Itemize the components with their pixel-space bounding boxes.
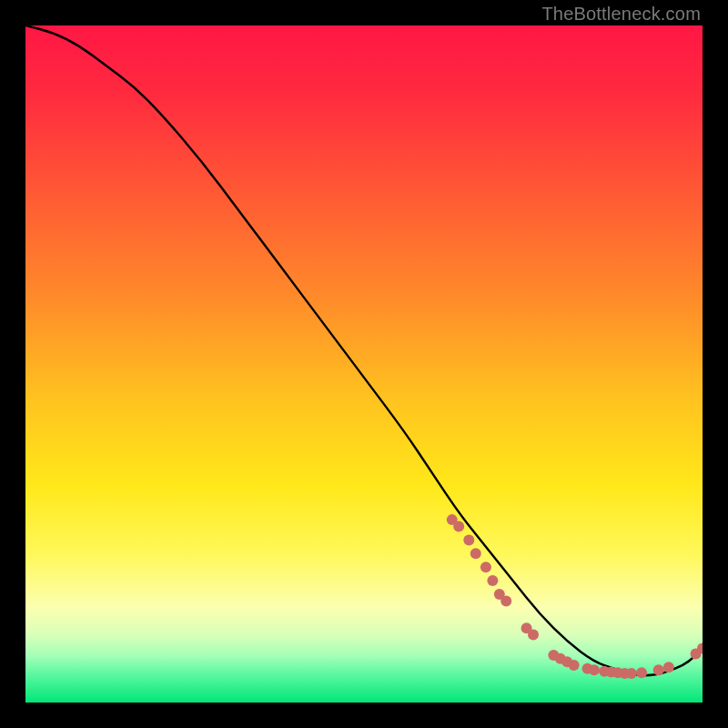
marker-point xyxy=(453,521,464,532)
watermark-text: TheBottleneck.com xyxy=(541,4,701,25)
marker-point xyxy=(569,660,580,671)
marker-point xyxy=(463,534,474,545)
marker-point xyxy=(480,561,491,572)
marker-point xyxy=(589,664,600,675)
chart-frame xyxy=(25,25,703,703)
marker-point xyxy=(470,548,481,559)
marker-point xyxy=(636,667,647,678)
marker-point xyxy=(487,575,498,586)
marker-point xyxy=(528,630,539,641)
marker-point xyxy=(663,662,674,672)
marker-point xyxy=(653,664,664,675)
gradient-background xyxy=(25,25,703,703)
bottleneck-chart xyxy=(25,25,703,703)
marker-point xyxy=(500,595,511,606)
marker-point xyxy=(626,668,637,679)
